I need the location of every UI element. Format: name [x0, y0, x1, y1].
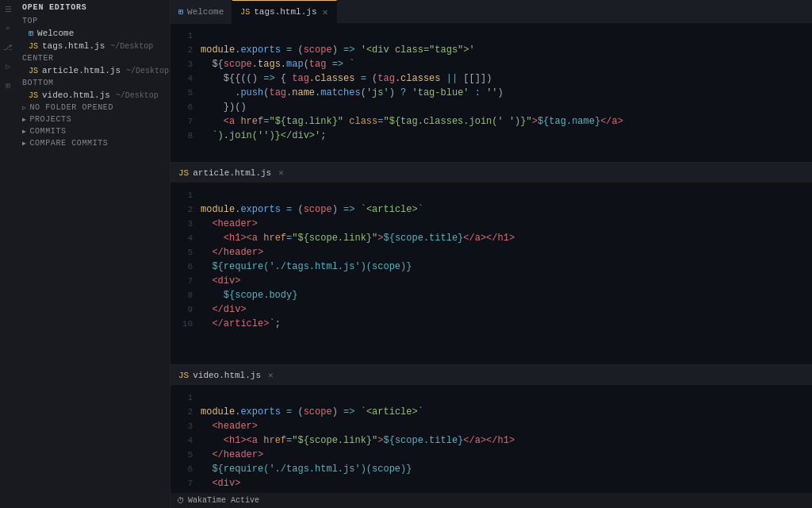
sidebar-item-video[interactable]: JS video.html.js ~/Desktop	[16, 89, 170, 102]
git-icon[interactable]: ⎇	[2, 41, 14, 54]
video-file-icon: JS	[29, 91, 38, 100]
open-editors-header: OPEN EDITORS	[16, 0, 170, 15]
extensions-icon[interactable]: ⊞	[2, 79, 14, 92]
activity-bar: ☰ ⌕ ⎇ ▷ ⊞	[0, 0, 16, 508]
video-pane-icon: JS	[178, 371, 189, 380]
tab-bar: ⊞ Welcome JS tags.html.js ✕	[170, 0, 812, 24]
commits-label: COMMITS	[29, 127, 66, 136]
line-numbers-video: 1234567891011	[170, 391, 201, 492]
article-pane-filename: article.html.js	[193, 168, 271, 178]
editor-pane-video-header: JS video.html.js ✕	[170, 365, 812, 386]
code-lines-video: module.exports = (scope) => `<article>` …	[201, 391, 812, 492]
wakatime-icon: ⏱	[177, 496, 185, 506]
sidebar-item-tags-label: tags.html.js	[42, 41, 105, 51]
code-content-article: 12345678910 module.exports = (scope) => …	[170, 183, 812, 364]
tab-tags[interactable]: JS tags.html.js ✕	[232, 0, 336, 24]
chevron-icon-commits: ▶	[22, 128, 26, 135]
projects-section[interactable]: ▶ PROJECTS	[16, 114, 170, 125]
code-content-video: 1234567891011 module.exports = (scope) =…	[170, 386, 812, 492]
sidebar-item-welcome-label: Welcome	[37, 29, 74, 38]
group-bottom: BOTTOM	[16, 77, 170, 89]
article-pane-icon: JS	[178, 168, 189, 178]
chevron-icon: ▷	[22, 104, 26, 111]
search-icon[interactable]: ⌕	[2, 22, 14, 35]
editor-pane-tags: 12345678 module.exports = (scope) => '<d…	[170, 24, 812, 163]
tags-file-icon: JS	[29, 42, 38, 51]
video-pane-close[interactable]: ✕	[268, 370, 274, 380]
sidebar-item-article-label: article.html.js	[42, 66, 121, 75]
commits-section[interactable]: ▶ COMMITS	[16, 125, 170, 137]
tab-tags-label: tags.html.js	[254, 7, 316, 17]
no-folder-label: NO FOLDER OPENED	[29, 103, 113, 112]
sidebar-item-article[interactable]: JS article.html.js ~/Desktop	[16, 64, 170, 77]
tags-tab-icon: JS	[240, 8, 250, 17]
explorer-icon[interactable]: ☰	[2, 3, 14, 16]
code-content-tags: 12345678 module.exports = (scope) => '<d…	[170, 24, 812, 162]
welcome-file-icon: ⊞	[29, 29, 33, 38]
projects-label: PROJECTS	[29, 115, 71, 124]
tab-welcome-label: Welcome	[187, 7, 224, 17]
sidebar-item-welcome[interactable]: ⊞ Welcome	[16, 27, 170, 40]
video-pane-filename: video.html.js	[193, 371, 261, 380]
sidebar-item-tags-path: ~/Desktop	[110, 42, 153, 51]
article-pane-close[interactable]: ✕	[278, 167, 284, 178]
sidebar: OPEN EDITORS TOP ⊞ Welcome JS tags.html.…	[16, 0, 170, 508]
editor-pane-article-header: JS article.html.js ✕	[170, 163, 812, 183]
debug-icon[interactable]: ▷	[2, 60, 14, 73]
chevron-icon-compare: ▶	[22, 140, 26, 147]
sidebar-item-video-path: ~/Desktop	[116, 91, 159, 100]
sidebar-item-article-path: ~/Desktop	[126, 67, 169, 75]
chevron-icon-projects: ▶	[22, 116, 26, 123]
sidebar-item-tags[interactable]: JS tags.html.js ~/Desktop	[16, 40, 170, 52]
sidebar-item-video-label: video.html.js	[42, 90, 110, 100]
code-lines-tags: module.exports = (scope) => '<div class=…	[201, 29, 812, 157]
article-file-icon: JS	[29, 67, 38, 75]
line-numbers-tags: 12345678	[170, 29, 201, 157]
group-center: CENTER	[16, 52, 170, 64]
code-lines-article: module.exports = (scope) => `<article>` …	[201, 188, 812, 360]
editor-pane-video: JS video.html.js ✕ 1234567891011 module.…	[170, 365, 812, 492]
tab-welcome[interactable]: ⊞ Welcome	[170, 0, 232, 24]
no-folder-section[interactable]: ▷ NO FOLDER OPENED	[16, 102, 170, 114]
group-top: TOP	[16, 15, 170, 27]
tab-tags-close[interactable]: ✕	[322, 6, 327, 18]
editors-area[interactable]: 12345678 module.exports = (scope) => '<d…	[170, 24, 812, 492]
wakatime-label: WakaTime Active	[188, 496, 259, 505]
compare-commits-section[interactable]: ▶ COMPARE COMMITS	[16, 137, 170, 149]
compare-commits-label: COMPARE COMMITS	[29, 139, 108, 148]
welcome-tab-icon: ⊞	[178, 7, 183, 17]
status-bar: ⏱ WakaTime Active	[170, 492, 812, 508]
wakatime-status: ⏱ WakaTime Active	[177, 496, 259, 506]
editor-pane-article: JS article.html.js ✕ 12345678910 module.…	[170, 163, 812, 365]
main-area: ⊞ Welcome JS tags.html.js ✕ 12345678 mod…	[170, 0, 812, 508]
line-numbers-article: 12345678910	[170, 188, 201, 360]
